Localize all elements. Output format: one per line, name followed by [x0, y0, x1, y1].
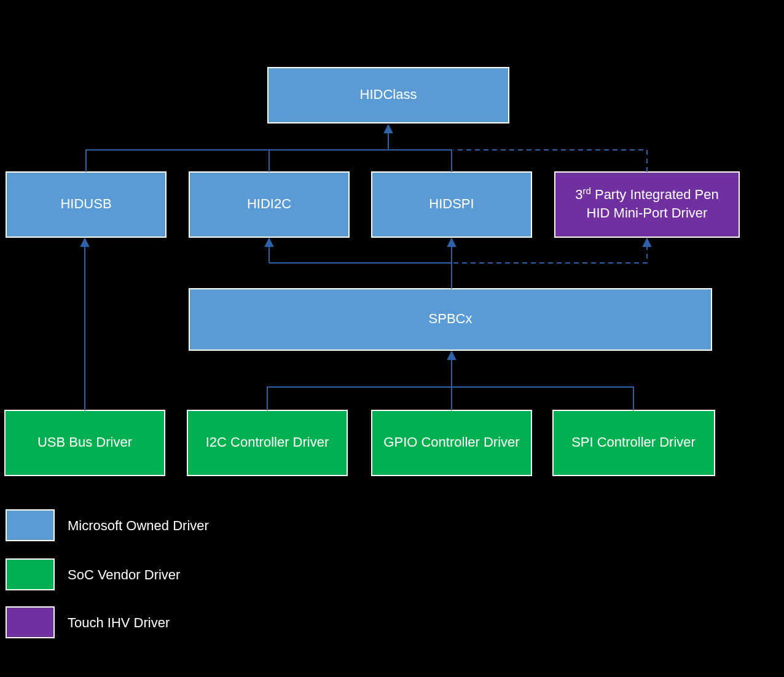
- legend-swatch-blue: [6, 510, 54, 541]
- legend-swatch-purple: [6, 607, 54, 638]
- legend-green-label: SoC Vendor Driver: [68, 567, 180, 582]
- i2c-label: I2C Controller Driver: [206, 434, 329, 450]
- legend-swatch-green: [6, 559, 54, 590]
- hidi2c-label: HIDI2C: [247, 196, 291, 211]
- third-party-label-2: HID Mini-Port Driver: [587, 205, 708, 221]
- legend-blue-label: Microsoft Owned Driver: [68, 518, 209, 533]
- spbcx-label: SPBCx: [429, 311, 472, 326]
- third-party-label-1: 3rd Party Integrated Pen: [575, 186, 719, 202]
- edge-ctrl-spb: [267, 351, 633, 410]
- legend-purple-label: Touch IHV Driver: [68, 615, 170, 630]
- hidclass-label: HIDClass: [360, 87, 417, 102]
- usb-label: USB Bus Driver: [37, 434, 132, 450]
- hidusb-label: HIDUSB: [60, 196, 111, 211]
- gpio-label: GPIO Controller Driver: [383, 434, 519, 450]
- edge-row2-hidclass: [86, 125, 452, 172]
- edge-spb-third: [453, 238, 647, 263]
- hidspi-label: HIDSPI: [429, 196, 474, 211]
- spi-label: SPI Controller Driver: [571, 434, 696, 450]
- edge-third-hidclass: [453, 150, 647, 172]
- edge-spb-bar: [269, 263, 452, 289]
